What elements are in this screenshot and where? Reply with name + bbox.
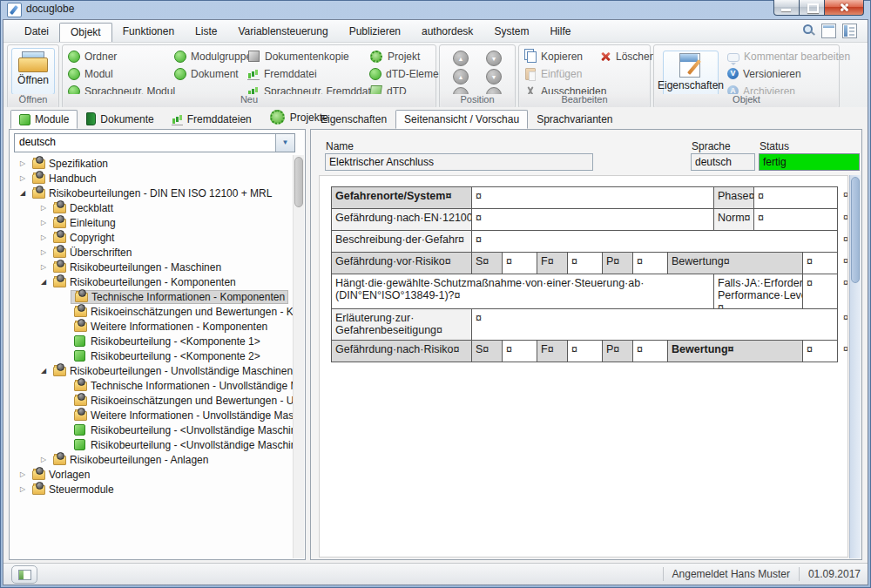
tab-module[interactable]: Module — [10, 110, 78, 129]
title-bar[interactable]: docuglobe — [0, 0, 871, 19]
search-icon[interactable] — [802, 24, 815, 37]
tree-item-content[interactable]: Technische Informationen - Unvollständig… — [71, 379, 293, 393]
tree-item-content[interactable]: Copyright — [50, 231, 117, 245]
tree-item-content[interactable]: Handbuch — [29, 172, 99, 186]
tree-item-content[interactable]: Einleitung — [50, 216, 118, 230]
expander-collapsed-icon[interactable]: ▷ — [37, 263, 50, 271]
new-dokumentenkopie-button[interactable]: Dokumentenkopie — [247, 49, 369, 64]
tab-eigenschaften[interactable]: Eigenschaften — [312, 110, 395, 129]
expander-collapsed-icon[interactable]: ▷ — [17, 470, 29, 478]
expander-expanded-icon[interactable]: ◢ — [37, 278, 50, 286]
sprache-field[interactable] — [691, 153, 755, 171]
expander-collapsed-icon[interactable]: ▷ — [37, 204, 50, 212]
löschen-button[interactable]: Löschen — [599, 49, 655, 64]
tree-item-content[interactable]: Risikobeurteilung - <Unvollständige Masc… — [71, 423, 293, 437]
menu-tab-publizieren[interactable]: Publizieren — [339, 23, 411, 42]
tab-dokumente[interactable]: Dokumente — [78, 109, 162, 129]
move-up-icon[interactable]: ▲ — [453, 51, 469, 66]
versionieren-button[interactable]: VVersionieren — [727, 66, 850, 81]
tree-item[interactable]: Technische Informationen - Unvollständig… — [11, 378, 293, 393]
expander-collapsed-icon[interactable]: ▷ — [37, 219, 50, 226]
tree-item[interactable]: ▷Deckblatt — [11, 200, 293, 215]
menu-tab-hilfe[interactable]: Hilfe — [539, 23, 581, 42]
tree-item[interactable]: Technische Informationen - Komponenten — [11, 289, 293, 304]
tree-item-content[interactable]: Risikobeurteilungen - Unvollständige Mas… — [50, 364, 293, 378]
kopieren-button[interactable]: Kopieren — [524, 49, 599, 64]
expander-collapsed-icon[interactable]: ▷ — [37, 248, 50, 256]
tree-item-content[interactable]: Technische Informationen - Komponenten — [71, 290, 288, 304]
tree-item[interactable]: Risikoeinschätzungen und Bewertungen - U… — [11, 393, 293, 408]
tree-item-content[interactable]: Risikobeurteilung - <Komponente 1> — [71, 335, 263, 348]
menu-tab-authordesk[interactable]: authordesk — [411, 23, 483, 42]
tree-item-content[interactable]: Risikobeurteilungen - Maschinen — [50, 260, 224, 274]
tree-item[interactable]: ◢Risikobeurteilungen - Unvollständige Ma… — [11, 363, 293, 378]
tree-item[interactable]: Risikobeurteilung - <Unvollständige Masc… — [11, 437, 293, 452]
expander-expanded-icon[interactable]: ◢ — [37, 367, 50, 375]
tree-item[interactable]: ▷Spezifikation — [11, 156, 293, 171]
tree-item-content[interactable]: Überschriften — [50, 246, 134, 260]
menu-tab-objekt[interactable]: Objekt — [59, 23, 112, 42]
tree-item[interactable]: ▷Vorlagen — [11, 467, 293, 482]
name-field[interactable] — [325, 153, 593, 171]
tree-item[interactable]: Risikobeurteilung - <Komponente 2> — [11, 348, 293, 363]
tree-item-content[interactable]: Risikoeinschätzungen und Bewertungen - U… — [71, 394, 293, 408]
tree-item-content[interactable]: Risikobeurteilungen - DIN EN ISO 12100 +… — [29, 186, 274, 200]
move-down-icon[interactable]: ▼ — [486, 51, 502, 66]
tree-item[interactable]: ◢Risikobeurteilungen - DIN EN ISO 12100 … — [11, 186, 293, 200]
tab-fremddateien[interactable]: Fremddateien — [163, 110, 260, 129]
tree-item[interactable]: ▷Steuermodule — [11, 482, 293, 497]
tree-item[interactable]: Risikobeurteilung - <Unvollständige Masc… — [11, 422, 293, 437]
note-icon[interactable] — [821, 24, 836, 38]
tree-item[interactable]: ▷Einleitung — [11, 215, 293, 230]
tree-item-content[interactable]: Risikobeurteilungen - Anlagen — [50, 453, 211, 467]
home-icon[interactable] — [783, 24, 796, 37]
tree-item-content[interactable]: Risikobeurteilung - <Unvollständige Masc… — [71, 438, 293, 452]
preview-scrollbar-thumb[interactable] — [851, 177, 860, 283]
new-ordner-button[interactable]: Ordner — [68, 49, 174, 64]
tree-item-content[interactable]: Weitere Informationen - Unvollständige M… — [71, 409, 293, 422]
maximize-button[interactable] — [800, 0, 824, 16]
tree-item[interactable]: ▷Handbuch — [11, 171, 293, 186]
language-filter-dropdown[interactable]: deutsch ▼ — [14, 133, 295, 152]
tree-item-content[interactable]: Risikobeurteilung - <Komponente 2> — [71, 349, 263, 363]
close-button[interactable] — [824, 0, 864, 16]
new-modulgruppe-button[interactable]: Modulgruppe — [174, 49, 247, 64]
expander-collapsed-icon[interactable]: ▷ — [17, 485, 29, 493]
new-dtd-element-button[interactable]: dTD-Element — [369, 66, 437, 81]
expander-collapsed-icon[interactable]: ▷ — [17, 174, 29, 182]
tree-item-content[interactable]: Steuermodule — [29, 483, 117, 497]
expander-collapsed-icon[interactable]: ▷ — [17, 159, 29, 167]
tree-item[interactable]: ▷Risikobeurteilungen - Anlagen — [11, 452, 293, 467]
new-dokument-button[interactable]: Dokument — [174, 66, 247, 81]
menu-tab-funktionen[interactable]: Funktionen — [112, 23, 185, 42]
tree-item-content[interactable]: Vorlagen — [29, 468, 92, 482]
minimize-button[interactable] — [773, 0, 800, 16]
tree-item[interactable]: ◢Risikobeurteilungen - Komponenten — [11, 274, 293, 289]
tab-sprachvarianten[interactable]: Sprachvarianten — [528, 110, 621, 129]
tree-item[interactable]: Weitere Informationen - Komponenten — [11, 319, 293, 334]
new-modul-button[interactable]: Modul — [68, 66, 174, 81]
tree-item-content[interactable]: Spezifikation — [29, 157, 111, 171]
menu-tab-liste[interactable]: Liste — [185, 23, 227, 42]
expander-collapsed-icon[interactable]: ▷ — [37, 456, 50, 463]
tree-item-content[interactable]: Risikobeurteilungen - Komponenten — [50, 275, 239, 289]
layout-icon[interactable] — [842, 24, 857, 38]
new-projekt-button[interactable]: Projekt — [369, 49, 437, 64]
tree-item[interactable]: ▷Copyright — [11, 230, 293, 245]
tree-scrollbar[interactable] — [293, 155, 304, 558]
move-top-icon[interactable]: ▲ — [453, 69, 469, 84]
open-button[interactable]: Öffnen — [11, 48, 55, 95]
menu-tab-system[interactable]: System — [483, 23, 539, 42]
panel-toggle-button[interactable] — [11, 565, 37, 584]
tab-seitenansicht-vorschau[interactable]: Seitenansicht / Vorschau — [395, 110, 528, 129]
tree-item[interactable]: Risikoeinschätzungen und Bewertungen - K… — [11, 304, 293, 319]
tree-item-content[interactable]: Deckblatt — [50, 201, 116, 215]
tree-item[interactable]: Risikobeurteilung - <Komponente 1> — [11, 334, 293, 348]
menu-tab-datei[interactable]: Datei — [14, 23, 59, 42]
expander-collapsed-icon[interactable]: ▷ — [37, 233, 50, 241]
tree-item[interactable]: ▷Überschriften — [11, 245, 293, 260]
menu-tab-variablensteuerung[interactable]: Variablensteuerung — [227, 23, 338, 42]
move-bottom-icon[interactable]: ▼ — [486, 69, 502, 84]
dropdown-arrow-icon[interactable]: ▼ — [275, 134, 294, 152]
tree-item-content[interactable]: Weitere Informationen - Komponenten — [71, 320, 270, 334]
